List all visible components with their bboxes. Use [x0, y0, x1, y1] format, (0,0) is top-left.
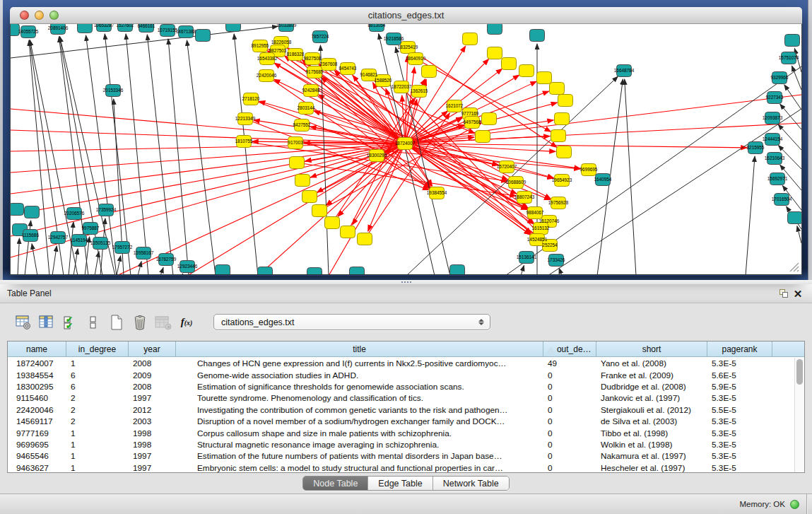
table-cell[interactable]: Genome-wide association studies in ADHD.	[176, 370, 543, 380]
network-window-titlebar[interactable]: citations_edges.txt	[10, 7, 802, 24]
selected-edge[interactable]	[312, 59, 528, 208]
node[interactable]	[25, 206, 40, 218]
edge[interactable]	[73, 249, 78, 274]
table-cell[interactable]: Embryonic stem cells: a model to study s…	[176, 463, 543, 472]
table-cell[interactable]: Structural magnetic resonance image aver…	[176, 440, 543, 450]
table-cell[interactable]: 18724007	[8, 358, 66, 368]
table-cell[interactable]: 5.3E-5	[707, 463, 772, 472]
close-panel-button[interactable]: ✕	[791, 287, 805, 300]
table-cell[interactable]: Disruption of a novel member of a sodium…	[176, 416, 543, 426]
table-cell[interactable]: Dudbridge et al. (2008)	[596, 382, 707, 392]
splitter-grip-icon[interactable]	[401, 281, 412, 284]
node[interactable]	[788, 212, 802, 224]
table-cell[interactable]: 9465546	[8, 451, 66, 461]
selected-node[interactable]	[502, 58, 517, 70]
selected-node[interactable]	[463, 33, 478, 45]
table-cell[interactable]: 2008	[129, 382, 176, 392]
edge[interactable]	[234, 34, 258, 274]
table-cell[interactable]: Franke et al. (2009)	[596, 370, 707, 380]
table-row[interactable]: 1456911722003Disruption of a novel membe…	[8, 416, 794, 427]
edge[interactable]	[521, 265, 524, 274]
table-cell[interactable]: 5.3E-5	[707, 416, 772, 426]
edge[interactable]	[559, 268, 562, 274]
select-all-button[interactable]: ✔ ✔	[61, 313, 79, 332]
table-cell[interactable]: 0	[543, 463, 596, 472]
table-cell[interactable]: Yano et al. (2008)	[596, 358, 707, 368]
column-header-name[interactable]: name	[8, 341, 66, 357]
table-cell[interactable]: 14569117	[8, 416, 66, 426]
edge[interactable]	[780, 104, 801, 129]
column-header-out-de-[interactable]: △out_de…	[543, 341, 596, 357]
table-cell[interactable]: Jankovic et al. (1997)	[596, 393, 707, 403]
citation-graph[interactable]: 1872400789129551822605898275031654338281…	[11, 24, 801, 274]
table-cell[interactable]: 0	[543, 405, 596, 415]
selected-node[interactable]	[290, 157, 305, 169]
table-cell[interactable]: 1998	[129, 428, 176, 438]
edge[interactable]	[52, 246, 57, 274]
edge[interactable]	[69, 222, 73, 274]
window-resize-grip[interactable]	[790, 263, 799, 271]
edge[interactable]	[18, 238, 19, 274]
node[interactable]	[785, 35, 800, 47]
selected-node[interactable]	[551, 130, 566, 142]
selected-node[interactable]	[482, 113, 497, 125]
table-cell[interactable]: 49	[543, 358, 596, 368]
table-cell[interactable]: 1997	[129, 463, 176, 472]
table-cell[interactable]: 2009	[129, 370, 176, 380]
table-cell[interactable]: 5.3E-5	[707, 358, 772, 368]
selected-node[interactable]	[476, 131, 490, 143]
column-header-pagerank[interactable]: pagerank	[707, 341, 772, 357]
show-columns-button[interactable]	[37, 313, 56, 332]
deselect-all-button[interactable]	[84, 313, 102, 332]
table-cell[interactable]: 1997	[129, 451, 176, 461]
table-cell[interactable]: Investigating the contribution of common…	[176, 405, 543, 415]
table-cell[interactable]: Tourette syndrome. Phenomenology and cla…	[176, 393, 543, 403]
table-mode-button[interactable]	[14, 313, 33, 332]
table-cell[interactable]: Estimation of significance thresholds fo…	[176, 382, 543, 392]
table-cell[interactable]: 9777169	[8, 428, 66, 438]
table-cell[interactable]: 5.3E-5	[707, 428, 772, 438]
selected-node[interactable]	[302, 191, 317, 203]
table-selector-dropdown[interactable]: citations_edges.txt	[213, 314, 490, 330]
node[interactable]	[350, 267, 365, 275]
edge[interactable]	[95, 252, 99, 274]
column-header-year[interactable]: year	[129, 341, 176, 357]
table-cell[interactable]: 2012	[129, 405, 176, 415]
node[interactable]	[307, 268, 322, 275]
node[interactable]	[78, 24, 93, 33]
tab-network-table[interactable]: Network Table	[433, 477, 509, 490]
selected-node[interactable]	[312, 205, 327, 217]
selected-node[interactable]	[358, 233, 372, 245]
node[interactable]	[11, 204, 24, 216]
table-cell[interactable]: de Silva et al. (2003)	[596, 416, 707, 426]
table-row[interactable]: 969969511998Structural magnetic resonanc…	[8, 439, 794, 450]
node[interactable]	[258, 267, 273, 275]
table-cell[interactable]: Stergiakouli et al. (2012)	[596, 405, 707, 415]
delete-column-button[interactable]	[131, 313, 149, 332]
table-cell[interactable]: 1	[66, 428, 129, 438]
selected-node[interactable]	[550, 83, 565, 95]
edge[interactable]	[117, 256, 121, 274]
table-row[interactable]: 1938455462009Genome-wide association stu…	[8, 369, 794, 380]
table-row[interactable]: 2242004622012Investigating the contribut…	[8, 404, 794, 416]
node[interactable]	[450, 265, 465, 275]
table-cell[interactable]: 9115460	[8, 393, 66, 403]
table-row[interactable]: 1872400712008Changes of HCN gene express…	[8, 358, 794, 369]
table-cell[interactable]: 0	[543, 370, 596, 380]
table-cell[interactable]: 1997	[129, 393, 176, 403]
edge[interactable]	[784, 85, 801, 110]
table-cell[interactable]: 0	[543, 416, 596, 426]
node[interactable]	[530, 30, 545, 42]
horizontal-splitter[interactable]	[0, 280, 812, 284]
table-cell[interactable]: Hescheler et al. (1997)	[596, 463, 707, 472]
selected-node[interactable]	[422, 66, 437, 78]
table-row[interactable]: 911546021997Tourette syndrome. Phenomeno…	[8, 392, 794, 404]
network-window[interactable]: citations_edges.txt 18724007891295518226…	[10, 7, 802, 276]
table-cell[interactable]: 6	[66, 382, 129, 392]
column-header-short[interactable]: short	[596, 341, 707, 357]
table-cell[interactable]: 2	[66, 405, 129, 415]
table-cell[interactable]: 2	[66, 393, 129, 403]
edge[interactable]	[746, 156, 755, 274]
table-cell[interactable]: Tibbo et al. (1998)	[596, 428, 707, 438]
selected-edge[interactable]	[11, 144, 405, 194]
